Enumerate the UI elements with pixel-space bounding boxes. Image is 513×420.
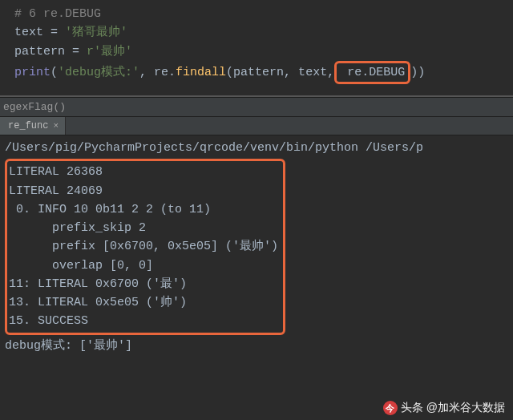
output-line: prefix_skip 2	[9, 219, 278, 237]
breadcrumb[interactable]: egexFlag()	[0, 97, 513, 117]
run-console[interactable]: /Users/pig/PycharmProjects/qrcode/venv/b…	[0, 135, 513, 358]
watermark-logo-icon: 今	[383, 401, 398, 415]
output-line: 11: LITERAL 0x6700 ('最')	[9, 275, 278, 293]
watermark-label: 头条	[401, 401, 423, 415]
output-line: 15. SUCCESS	[9, 312, 278, 330]
tab-re-func[interactable]: re_func ×	[0, 117, 66, 135]
debug-flag-highlight: re.DEBUG	[334, 61, 410, 84]
print-result: debug模式: ['最帅']	[5, 335, 508, 355]
output-line: prefix [0x6700, 0x5e05] ('最帅')	[9, 237, 278, 256]
output-line: 13. LITERAL 0x5e05 ('帅')	[9, 293, 278, 312]
code-line-comment: # 6 re.DEBUG	[14, 5, 513, 23]
breadcrumb-text: egexFlag()	[3, 101, 66, 113]
console-tab-bar: re_func ×	[0, 117, 513, 135]
output-line: LITERAL 24069	[9, 182, 278, 200]
tab-label: re_func	[8, 120, 48, 131]
code-line-2: text = '猪哥最帅'	[14, 23, 513, 42]
output-line: overlap [0, 0]	[9, 256, 278, 275]
interpreter-path: /Users/pig/PycharmProjects/qrcode/venv/b…	[5, 139, 508, 159]
code-line-3: pattern = r'最帅'	[14, 42, 513, 61]
output-line: 0. INFO 10 0b11 2 2 (to 11)	[9, 200, 278, 219]
close-icon[interactable]: ×	[53, 121, 59, 131]
output-line: LITERAL 26368	[9, 163, 278, 181]
watermark: 今 头条 @加米谷大数据	[383, 401, 505, 415]
debug-output-highlight: LITERAL 26368 LITERAL 24069 0. INFO 10 0…	[5, 159, 285, 334]
watermark-author: @加米谷大数据	[426, 401, 505, 415]
code-editor[interactable]: # 6 re.DEBUG text = '猪哥最帅' pattern = r'最…	[0, 0, 513, 92]
code-line-4: print('debug模式:', re.findall(pattern, te…	[14, 61, 513, 84]
